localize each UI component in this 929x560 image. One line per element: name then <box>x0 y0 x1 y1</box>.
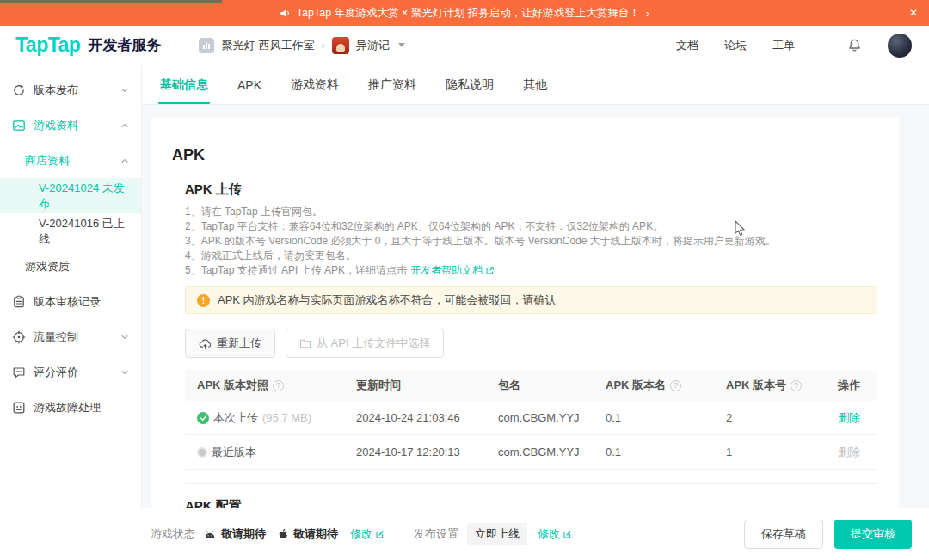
col-version-code: APK 版本号 <box>726 378 786 393</box>
tab-promo-info[interactable]: 推广资料 <box>368 65 416 104</box>
developer-help-doc-link[interactable]: 开发者帮助文档 <box>410 263 495 278</box>
banner-close-icon[interactable]: ✕ <box>909 0 918 26</box>
instruction-line: 5、TapTap 支持通过 API 上传 APK，详细请点击 开发者帮助文档 <box>185 263 877 278</box>
row-label: 最近版本 <box>212 445 256 460</box>
chevron-down-icon <box>120 333 129 342</box>
sidebar-item-store-info[interactable]: 商店资料 <box>0 143 141 178</box>
sidebar-item-version-20241016[interactable]: V-20241016 已上线 <box>0 213 141 249</box>
content-scroll-area: APK APK 上传 1、请在 TapTap 上传官网包。 2、TapTap 平… <box>142 105 929 508</box>
app-header: TapTap 开发者服务 聚光灯-西风工作室 › 异游记 文档 论坛 工单 <box>0 26 929 65</box>
apk-config-title: APK 配置 <box>185 498 877 508</box>
studio-icon <box>199 38 214 53</box>
external-link-icon <box>485 266 495 275</box>
chevron-down-icon[interactable] <box>398 43 405 47</box>
apk-instructions: 1、请在 TapTap 上传官网包。 2、TapTap 平台支持：兼容64位和3… <box>185 205 877 278</box>
edit-icon <box>375 530 385 539</box>
select-from-api-button[interactable]: 从 API 上传文件中选择 <box>286 329 444 358</box>
sidebar-item-label: 游戏故障处理 <box>34 400 101 415</box>
megaphone-icon <box>280 8 291 19</box>
breadcrumb-separator: › <box>322 40 325 52</box>
reupload-button[interactable]: 重新上传 <box>185 329 275 358</box>
instruction-line: 3、APK 的版本号 VersionCode 必须大于 0，且大于等于线上版本。… <box>185 234 877 249</box>
sidebar-item-game-qualification[interactable]: 游戏资质 <box>0 249 141 284</box>
header-nav: 文档 论坛 工单 <box>676 34 912 58</box>
version-name: 0.1 <box>606 411 621 424</box>
table-row-latest-version: 最近版本 2024-10-17 12:20:13 com.CBGM.YYJ 0.… <box>185 435 877 470</box>
footer-bar: 游戏状态 敬请期待 敬请期待 修改 发布设置 立即上线 修改 <box>0 508 929 560</box>
cloud-upload-icon <box>199 338 212 349</box>
instruction-line: 2、TapTap 平台支持：兼容64位和32位架构的 APK、仅64位架构的 A… <box>185 219 877 234</box>
sidebar-item-version-20241024[interactable]: V-20241024 未发布 <box>0 178 141 213</box>
version-name: 0.1 <box>606 446 621 458</box>
row-label: 本次上传 <box>213 410 258 426</box>
traffic-control-icon <box>12 330 26 344</box>
submit-review-button[interactable]: 提交审核 <box>834 520 912 549</box>
edit-icon <box>563 530 572 539</box>
instruction-line: 4、游戏正式上线后，请勿变更包名。 <box>185 249 877 263</box>
sidebar-item-review-record[interactable]: 版本审核记录 <box>0 284 141 319</box>
taptap-logo[interactable]: TapTap <box>15 34 80 57</box>
nav-ticket[interactable]: 工单 <box>772 38 795 53</box>
help-circle-icon[interactable]: ? <box>273 380 284 391</box>
sidebar-item-fault-handling[interactable]: 游戏故障处理 <box>0 390 141 425</box>
nav-docs[interactable]: 文档 <box>676 38 698 53</box>
banner-arrow[interactable]: › <box>646 7 649 20</box>
package-name: com.CBGM.YYJ <box>498 411 580 424</box>
announcement-banner[interactable]: TapTap 年度游戏大赏 × 聚光灯计划 招募启动，让好游戏登上大赏舞台！ ›… <box>0 0 929 26</box>
section-divider <box>185 483 877 484</box>
banner-text: TapTap 年度游戏大赏 × 聚光灯计划 招募启动，让好游戏登上大赏舞台！ <box>297 6 640 21</box>
user-avatar[interactable] <box>888 34 912 58</box>
check-circle-icon <box>197 412 209 424</box>
help-circle-icon[interactable]: ? <box>670 380 681 391</box>
chevron-down-icon <box>120 368 129 377</box>
apk-upload-title: APK 上传 <box>185 182 877 198</box>
tab-other[interactable]: 其他 <box>523 65 547 104</box>
game-status-label: 游戏状态 <box>151 526 195 542</box>
sidebar-item-label: 游戏资质 <box>25 259 70 274</box>
delete-link-disabled[interactable]: 删除 <box>838 445 860 460</box>
delete-link[interactable]: 删除 <box>838 410 860 426</box>
warning-banner: ! APK 内游戏名称与实际页面游戏名称不符合，可能会被驳回，请确认 <box>185 286 877 314</box>
app-window: TapTap 年度游戏大赏 × 聚光灯计划 招募启动，让好游戏登上大赏舞台！ ›… <box>0 0 929 560</box>
chevron-up-icon <box>120 157 129 165</box>
main-area: 基础信息 APK 游戏资料 推广资料 隐私说明 其他 APK APK 上传 1、… <box>142 65 929 508</box>
breadcrumb-studio[interactable]: 聚光灯-西风工作室 <box>221 38 314 53</box>
sidebar-item-label: 商店资料 <box>25 153 70 169</box>
update-time: 2024-10-17 12:20:13 <box>356 446 460 458</box>
version-code: 1 <box>726 446 732 458</box>
sidebar: 版本发布 游戏资料 商店资料 V-20241024 未发布 V-20241016… <box>0 65 142 508</box>
nav-forum[interactable]: 论坛 <box>724 38 747 53</box>
breadcrumb-game[interactable]: 异游记 <box>356 38 390 53</box>
sidebar-item-label: V-20241024 未发布 <box>39 181 129 212</box>
apk-version-table: APK 版本对照? 更新时间 包名 APK 版本名? APK 版本号? 操作 <box>185 370 877 470</box>
status-modify-link[interactable]: 修改 <box>350 526 385 542</box>
tab-basic-info[interactable]: 基础信息 <box>160 65 208 104</box>
sidebar-item-game-info[interactable]: 游戏资料 <box>0 108 141 143</box>
apk-size: (95.7 MB) <box>262 411 311 424</box>
game-info-icon <box>12 119 26 132</box>
tab-privacy[interactable]: 隐私说明 <box>446 65 494 104</box>
android-status: 敬请期待 <box>204 526 266 542</box>
save-draft-button[interactable]: 保存草稿 <box>744 520 823 549</box>
sidebar-item-rating-review[interactable]: 评分评价 <box>0 354 141 390</box>
tab-bar: 基础信息 APK 游戏资料 推广资料 隐私说明 其他 <box>142 65 929 105</box>
publish-modify-link[interactable]: 修改 <box>538 526 572 542</box>
tab-game-info[interactable]: 游戏资料 <box>291 65 339 104</box>
help-circle-icon[interactable]: ? <box>791 380 802 391</box>
tab-apk[interactable]: APK <box>237 65 261 104</box>
sidebar-item-traffic-control[interactable]: 流量控制 <box>0 319 141 354</box>
top-dark-strip <box>0 0 222 3</box>
product-name: 开发者服务 <box>88 35 161 55</box>
page-title: APK <box>172 146 877 164</box>
chevron-up-icon <box>120 121 129 130</box>
sidebar-item-version-release[interactable]: 版本发布 <box>0 72 141 108</box>
col-package: 包名 <box>498 378 520 393</box>
bell-icon[interactable] <box>847 38 862 52</box>
publish-setting-badge: 立即上线 <box>467 523 527 545</box>
apple-icon <box>278 528 288 540</box>
sidebar-item-label: 游戏资料 <box>34 118 78 133</box>
table-row-current-upload: 本次上传 (95.7 MB) 2024-10-24 21:03:46 com.C… <box>185 401 877 435</box>
sidebar-item-label: 版本发布 <box>34 83 78 98</box>
sidebar-item-label: 版本审核记录 <box>34 294 101 310</box>
rating-review-icon <box>12 366 26 379</box>
